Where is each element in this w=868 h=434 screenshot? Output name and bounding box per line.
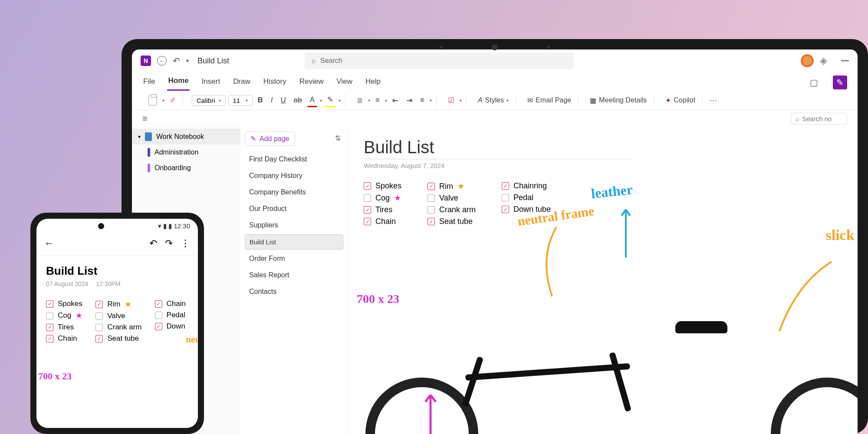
checklist-item[interactable]: Crank arm	[95, 323, 141, 332]
checkbox-icon[interactable]: ✓	[95, 301, 103, 308]
checklist-item[interactable]: Pedal	[502, 193, 551, 202]
page-item[interactable]: Sales Report	[245, 268, 343, 283]
checkbox-icon[interactable]: ✓	[155, 300, 162, 308]
page-title[interactable]: Build List	[364, 138, 633, 157]
checklist-item[interactable]: ✓Rim★	[427, 181, 476, 191]
italic-button[interactable]: I	[268, 94, 276, 106]
copilot-button[interactable]: ✦Copilot	[663, 95, 698, 106]
checklist-item[interactable]: ✓Tires	[46, 323, 82, 332]
sticky-note-icon[interactable]: ▢	[806, 76, 822, 89]
bullets-button[interactable]: ≣	[354, 94, 365, 107]
checkbox-icon[interactable]	[95, 312, 103, 320]
page-item[interactable]: Company Benefits	[245, 185, 343, 200]
page-item[interactable]: Build List	[245, 234, 343, 250]
checkbox-icon[interactable]: ✓	[502, 206, 509, 213]
checkbox-icon[interactable]	[364, 194, 371, 202]
tab-view[interactable]: View	[336, 75, 354, 90]
underline-button[interactable]: U	[278, 94, 289, 106]
phone-page-title[interactable]: Build List	[46, 264, 188, 278]
outdent-button[interactable]: ⇤	[390, 94, 401, 107]
phone-back-button[interactable]: ←	[44, 238, 54, 249]
font-color-button[interactable]: A	[307, 94, 317, 107]
meeting-details-button[interactable]: ▦Meeting Details	[587, 95, 649, 106]
tab-history[interactable]: History	[263, 75, 287, 90]
page-item[interactable]: Order Form	[245, 251, 343, 266]
font-size-select[interactable]: 11▾	[228, 95, 253, 106]
highlight-button[interactable]: ✎	[325, 93, 336, 107]
checkbox-icon[interactable]: ✓	[364, 218, 371, 225]
checklist-item[interactable]: ✓Rim★	[95, 299, 141, 309]
qat-more-icon[interactable]: ▾	[186, 58, 189, 64]
indent-button[interactable]: ⇥	[404, 94, 415, 107]
checklist-item[interactable]: ✓Seat tube	[427, 217, 476, 226]
section-item[interactable]: Onboarding	[132, 160, 240, 176]
checklist-item[interactable]: Cog★	[364, 193, 401, 203]
checkbox-icon[interactable]	[155, 312, 162, 319]
undo-button[interactable]: ↶	[173, 56, 180, 66]
checkbox-icon[interactable]	[427, 194, 435, 202]
tab-file[interactable]: File	[142, 75, 156, 90]
checklist-item[interactable]: Valve	[95, 312, 141, 320]
tab-home[interactable]: Home	[167, 74, 189, 91]
numbering-button[interactable]: ≡	[373, 94, 382, 106]
checkbox-icon[interactable]	[95, 324, 103, 331]
checkbox-icon[interactable]: ✓	[502, 182, 509, 190]
format-painter-button[interactable]: ✐	[167, 94, 178, 107]
notebook-item[interactable]: ▾ Work Notebook	[132, 129, 240, 145]
tab-insert[interactable]: Insert	[201, 75, 221, 90]
checkbox-icon[interactable]: ✓	[364, 182, 371, 190]
phone-more-button[interactable]: ⋮	[181, 238, 190, 249]
checklist-item[interactable]: ✓Chainring	[502, 181, 551, 191]
todo-tag-button[interactable]: ☑	[445, 94, 457, 107]
page-item[interactable]: First Day Checklist	[245, 152, 343, 167]
email-page-button[interactable]: ✉Email Page	[525, 95, 574, 106]
styles-button[interactable]: AStyles▾	[475, 95, 511, 106]
sort-pages-button[interactable]: ⇅	[332, 132, 343, 145]
page-canvas[interactable]: Build List Wednesday, August 7, 2024 ✓Sp…	[348, 127, 858, 434]
share-button[interactable]: ✎	[833, 76, 847, 89]
section-item[interactable]: Administration	[132, 145, 240, 160]
checklist-item[interactable]: ✓Spokes	[46, 299, 82, 308]
page-item[interactable]: Our Product	[245, 201, 343, 216]
checkbox-icon[interactable]: ✓	[155, 323, 162, 330]
align-button[interactable]: ≡	[418, 94, 427, 106]
checklist-item[interactable]: ✓Seat tube	[95, 334, 141, 343]
navigation-toggle-button[interactable]: ≡	[142, 114, 148, 124]
phone-page[interactable]: Build List 07 August 2024 12:30PM ✓Spoke…	[36, 256, 198, 352]
phone-redo-button[interactable]: ↷	[165, 238, 173, 249]
paste-menu-caret[interactable]: ▾	[162, 98, 164, 103]
checklist-item[interactable]: ✓Chain	[364, 217, 401, 226]
checklist-item[interactable]: ✓Down	[155, 322, 186, 331]
phone-undo-button[interactable]: ↶	[149, 238, 157, 249]
checklist-item[interactable]: ✓Tires	[364, 205, 401, 214]
back-button[interactable]: ←	[157, 56, 167, 66]
checklist-item[interactable]: Valve	[427, 194, 476, 203]
search-notes-input[interactable]: ⌕ Search no	[791, 113, 847, 125]
checkbox-icon[interactable]: ✓	[46, 300, 53, 308]
checkbox-icon[interactable]: ✓	[427, 183, 435, 190]
checklist-item[interactable]: Pedal	[155, 311, 186, 319]
checklist-item[interactable]: Cog★	[46, 311, 82, 320]
page-item[interactable]: Contacts	[245, 284, 343, 299]
checkbox-icon[interactable]: ✓	[427, 218, 435, 225]
search-box[interactable]: ⌕ Search	[305, 53, 574, 69]
checklist-item[interactable]: ✓Chain	[155, 299, 186, 308]
phone-checklist[interactable]: ✓SpokesCog★✓Tires✓Chain✓Rim★ValveCrank a…	[46, 299, 188, 343]
checklist-item[interactable]: ✓Chain	[46, 334, 82, 343]
ribbon-overflow-button[interactable]: ⋯	[707, 94, 720, 107]
checklist-item[interactable]: ✓Spokes	[364, 181, 401, 191]
checklist-item[interactable]: Crank arm	[427, 205, 476, 214]
checkbox-icon[interactable]	[502, 194, 509, 201]
checkbox-icon[interactable]: ✓	[46, 335, 53, 342]
tab-draw[interactable]: Draw	[232, 75, 251, 90]
bold-button[interactable]: B	[255, 94, 266, 106]
strikethrough-button[interactable]: ab	[291, 94, 305, 106]
tab-help[interactable]: Help	[365, 75, 381, 90]
font-name-select[interactable]: Calibri▾	[192, 95, 226, 106]
tab-review[interactable]: Review	[299, 75, 325, 90]
add-page-button[interactable]: ✎ Add page	[245, 132, 295, 146]
minimize-button[interactable]	[841, 60, 849, 61]
page-item[interactable]: Company History	[245, 168, 343, 183]
checkbox-icon[interactable]: ✓	[95, 335, 103, 342]
premium-icon[interactable]: ◈	[820, 55, 827, 66]
